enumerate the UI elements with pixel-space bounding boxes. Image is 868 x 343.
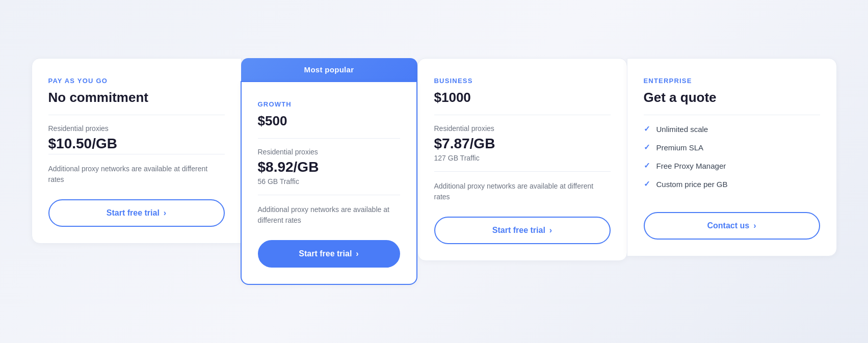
pricing-card-enterprise: ENTERPRISE Get a quote ✓ Unlimited scale… xyxy=(627,58,837,256)
divider-business-1 xyxy=(434,115,611,115)
proxy-price-growth: $8.92/GB xyxy=(258,159,400,175)
plan-name-business: BUSINESS xyxy=(434,77,611,85)
additional-text-growth: Additional proxy networks are available … xyxy=(258,204,400,226)
popular-wrapper: Most popular GROWTH $500 Residential pro… xyxy=(241,58,417,285)
feature-unlimited-scale: ✓ Unlimited scale xyxy=(644,124,820,134)
popular-badge: Most popular xyxy=(241,58,417,81)
chevron-right-icon: › xyxy=(164,208,166,218)
check-icon: ✓ xyxy=(644,161,650,170)
contact-us-button-enterprise[interactable]: Contact us › xyxy=(644,212,820,240)
plan-name-payg: PAY AS YOU GO xyxy=(48,77,225,85)
check-icon: ✓ xyxy=(644,143,650,152)
pricing-card-growth: GROWTH $500 Residential proxies $8.92/GB… xyxy=(241,81,417,285)
pricing-card-business: BUSINESS $1000 Residential proxies $7.87… xyxy=(417,58,627,261)
divider-growth-2 xyxy=(258,195,400,195)
plan-price-growth: $500 xyxy=(258,113,400,129)
proxy-label-growth: Residential proxies xyxy=(258,148,400,156)
traffic-label-business: 127 GB Traffic xyxy=(434,154,611,162)
pricing-card-pay-as-you-go: PAY AS YOU GO No commitment Residential … xyxy=(32,58,242,244)
check-icon: ✓ xyxy=(644,124,650,134)
additional-text-payg: Additional proxy networks are available … xyxy=(48,164,225,185)
plan-name-growth: GROWTH xyxy=(258,100,400,108)
proxy-label-payg: Residential proxies xyxy=(48,124,225,133)
chevron-right-icon: › xyxy=(356,249,358,258)
divider-payg-2 xyxy=(48,154,225,154)
feature-free-proxy-manager: ✓ Free Proxy Manager xyxy=(644,161,820,170)
features-list-enterprise: ✓ Unlimited scale ✓ Premium SLA ✓ Free P… xyxy=(644,124,820,198)
additional-text-business: Additional proxy networks are available … xyxy=(434,181,611,202)
chevron-right-icon: › xyxy=(549,226,552,235)
check-icon: ✓ xyxy=(644,179,650,189)
plan-price-payg: No commitment xyxy=(48,90,225,105)
pricing-container: PAY AS YOU GO No commitment Residential … xyxy=(32,58,837,285)
divider-growth-1 xyxy=(258,138,400,139)
chevron-right-icon: › xyxy=(753,221,756,230)
start-trial-button-growth[interactable]: Start free trial › xyxy=(258,240,400,268)
start-trial-button-payg[interactable]: Start free trial › xyxy=(48,199,225,227)
plan-price-business: $1000 xyxy=(434,90,611,105)
feature-premium-sla: ✓ Premium SLA xyxy=(644,143,820,152)
divider-payg-1 xyxy=(48,115,225,115)
proxy-price-payg: $10.50/GB xyxy=(48,136,225,152)
plan-name-enterprise: ENTERPRISE xyxy=(644,77,820,85)
proxy-label-business: Residential proxies xyxy=(434,124,611,133)
traffic-label-growth: 56 GB Traffic xyxy=(258,177,400,186)
proxy-price-business: $7.87/GB xyxy=(434,136,611,152)
divider-enterprise xyxy=(644,115,820,115)
start-trial-button-business[interactable]: Start free trial › xyxy=(434,217,611,244)
feature-custom-price: ✓ Custom price per GB xyxy=(644,179,820,189)
divider-business-2 xyxy=(434,171,611,172)
plan-price-enterprise: Get a quote xyxy=(644,90,820,105)
